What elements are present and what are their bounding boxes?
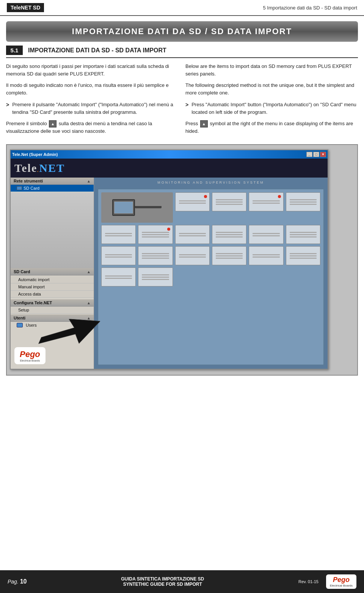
sidebar-section-rete: Rete strumenti ▲ SD Card — [11, 178, 94, 192]
app-logo: Tele.NET — [14, 162, 65, 175]
sidebar-item-sdcard[interactable]: SD Card — [11, 185, 94, 192]
device-panel-11 — [101, 246, 136, 265]
device-panel-9 — [249, 225, 283, 244]
page-label: Pag. — [8, 579, 19, 585]
press-text: Press — [185, 121, 199, 126]
device-panel-15 — [249, 246, 283, 265]
sidebar-section-sdcard: SD Card ▲ Automatic import Manual import… — [11, 268, 94, 299]
device-panel-5 — [101, 225, 136, 244]
right-p4: Press ▲ symbol at the right of the menu … — [185, 120, 358, 135]
device-panel-18 — [138, 267, 173, 286]
device-laptop — [101, 192, 173, 223]
sidebar-item-access-data[interactable]: Access data — [11, 291, 94, 298]
sidebar-section-rete-header[interactable]: Rete strumenti ▲ — [11, 178, 94, 185]
section-number: 5.1 — [6, 46, 23, 55]
footer-line1: GUIDA SINTETICA IMPORTAZIONE SD — [121, 576, 204, 582]
main-title-banner: IMPORTAZIONE DATI DA SD / SD DATA IMPORT — [6, 21, 358, 42]
win-title: Tele.Net (Super Admin) — [12, 152, 58, 157]
restore-button[interactable]: □ — [313, 152, 319, 157]
device-panel-2 — [212, 192, 246, 211]
footer-center: GUIDA SINTETICA IMPORTAZIONE SD SYNTETHI… — [121, 576, 204, 587]
footer-logo-sub: Electrical Boards — [330, 584, 353, 587]
expand-arrow-sdcard: ▲ — [87, 270, 91, 274]
sidebar-section-configura-header[interactable]: Configura Tele.NET ▲ — [11, 299, 94, 307]
footer-rev: Rev. 01-15 — [298, 579, 318, 584]
device-panel-7 — [175, 225, 210, 244]
monitoring-label: MONITORING AND SUPERVISION SYSTEM — [94, 181, 328, 184]
left-p3-block: > Premere il pulsante "Automatic Import"… — [6, 101, 179, 116]
arrow-symbol-right: > — [185, 101, 188, 116]
win-logo-bar: Tele.NET — [11, 159, 328, 178]
minimize-button[interactable]: _ — [306, 152, 312, 157]
page-header: TeleNET SD 5 Importazione dati da SD - S… — [0, 0, 364, 16]
section-heading: 5.1 IMPORTAZIONE DATI DA SD - SD DATA IM… — [6, 46, 358, 58]
device-panel-16 — [286, 246, 320, 265]
expand-arrow-rete: ▲ — [87, 179, 91, 183]
brand-label: TeleNET SD — [7, 3, 44, 12]
content-columns: Di seguito sono riportati i passi per im… — [6, 63, 358, 139]
close-button[interactable]: ✕ — [320, 152, 326, 157]
main-title-text: IMPORTAZIONE DATI DA SD / SD DATA IMPORT — [72, 27, 292, 36]
chapter-title: 5 Importazione dati da SD - SD data impo… — [263, 5, 357, 11]
screenshot-area: Tele.Net (Super Admin) _ □ ✕ Tele.NET Re… — [6, 144, 358, 376]
right-p2: The following descripted method is not t… — [185, 82, 358, 97]
device-panel-6 — [138, 225, 173, 244]
win-main-area: MONITORING AND SUPERVISION SYSTEM — [94, 178, 328, 369]
right-p1: Below are the items to import data on SD… — [185, 63, 358, 78]
device-panel-13 — [175, 246, 210, 265]
sd-card-icon — [17, 186, 22, 190]
footer-logo-text: Pego — [333, 576, 350, 584]
footer-right: Rev. 01-15 Pego Electrical Boards — [298, 574, 356, 589]
device-panel-3 — [249, 192, 283, 211]
arrow-symbol-left: > — [6, 101, 9, 116]
sidebar-section-configura: Configura Tele.NET ▲ Setup — [11, 299, 94, 314]
win-controls: _ □ ✕ — [306, 152, 326, 157]
right-p3-text: Press "Automatic Import" button ("Import… — [191, 101, 358, 116]
device-panel-1 — [175, 192, 210, 211]
content-col-right: Below are the items to import data on SD… — [185, 63, 358, 139]
symbol-box-left: ▲ — [49, 120, 56, 128]
device-panel-17 — [101, 267, 136, 286]
section-title: IMPORTAZIONE DATI DA SD - SD DATA IMPORT — [28, 47, 166, 54]
content-col-left: Di seguito sono riportati i passi per im… — [6, 63, 179, 139]
device-grid — [98, 189, 323, 289]
sidebar-item-manual-import[interactable]: Manual import — [11, 283, 94, 291]
device-panel-14 — [212, 246, 246, 265]
win-titlebar: Tele.Net (Super Admin) _ □ ✕ — [11, 150, 328, 159]
footer-page: Pag. 10 — [8, 578, 27, 585]
devices-area — [98, 189, 324, 365]
right-p3-block: > Press "Automatic Import" button ("Impo… — [185, 101, 358, 116]
footer-line2: SYNTETHIC GUIDE FOR SD IMPORT — [121, 582, 204, 587]
footer-logo: Pego Electrical Boards — [326, 574, 356, 589]
left-p2: Il modo di seguito indicato non è l'unic… — [6, 82, 179, 97]
expand-arrow-configura: ▲ — [87, 301, 91, 305]
page-footer: Pag. 10 GUIDA SINTETICA IMPORTAZIONE SD … — [0, 570, 364, 593]
left-p4: Premere il simbolo ▲ sulla destra dei me… — [6, 120, 179, 135]
sidebar-section-sdcard-header[interactable]: SD Card ▲ — [11, 268, 94, 275]
device-panel-10 — [286, 225, 320, 244]
left-p3-text: Premere il pulsante "Automatic Import" (… — [12, 101, 179, 116]
sidebar-item-automatic-import[interactable]: Automatic import — [11, 276, 94, 283]
win-window: Tele.Net (Super Admin) _ □ ✕ Tele.NET Re… — [10, 149, 328, 370]
sidebar-item-setup[interactable]: Setup — [11, 307, 94, 314]
page-number: 10 — [20, 578, 27, 585]
symbol-box-right: ▲ — [200, 120, 208, 128]
device-panel-4 — [286, 192, 320, 211]
left-p1: Di seguito sono riportati i passi per im… — [6, 63, 179, 78]
sd-menu-items: Automatic import Manual import Access da… — [11, 275, 94, 299]
device-panel-8 — [212, 225, 246, 244]
device-panel-12 — [138, 246, 173, 265]
